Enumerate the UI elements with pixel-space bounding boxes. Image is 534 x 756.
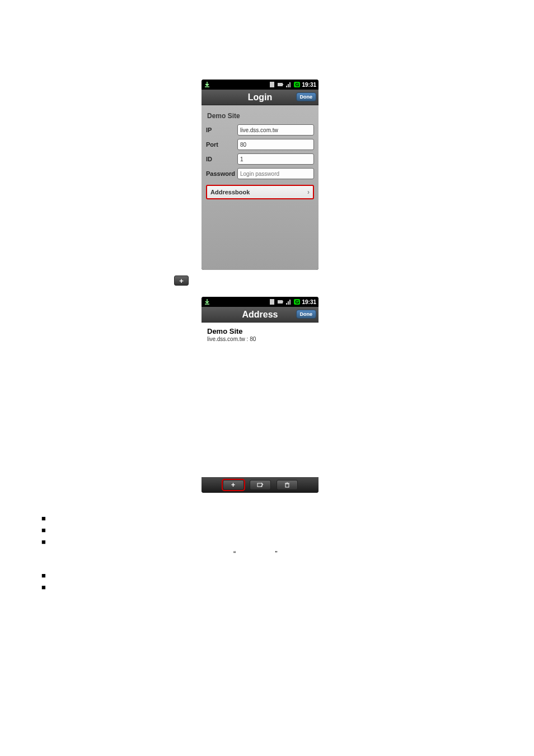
form-row-ip: IP bbox=[206, 124, 314, 136]
download-icon bbox=[204, 298, 210, 305]
login-section-title: Demo Site bbox=[207, 112, 314, 120]
address-item-sub: live.dss.com.tw : 80 bbox=[207, 336, 313, 342]
sim-icon bbox=[269, 298, 275, 305]
add-button[interactable]: + bbox=[223, 480, 244, 490]
form-row-id: ID bbox=[206, 153, 314, 165]
form-row-password: Password bbox=[206, 168, 314, 179]
bullet-2: ■ bbox=[41, 526, 46, 534]
status-time: 19:31 bbox=[302, 82, 316, 88]
bullet-4: ■ bbox=[41, 571, 46, 580]
svg-rect-1 bbox=[278, 83, 283, 86]
done-button[interactable]: Done bbox=[296, 92, 317, 101]
svg-rect-5 bbox=[289, 82, 291, 87]
bullet-3: ■ bbox=[41, 538, 46, 546]
download-icon bbox=[204, 81, 210, 88]
network-g-badge: G bbox=[294, 82, 300, 87]
edit-button[interactable] bbox=[250, 480, 271, 490]
phone-address-screen: G 19:31 Address Done Demo Site live.dss.… bbox=[202, 297, 318, 493]
address-item-name[interactable]: Demo Site bbox=[207, 327, 313, 335]
phone-login-screen: G 19:31 Login Done Demo Site IP Port ID … bbox=[202, 80, 318, 270]
status-bar: G 19:31 bbox=[202, 80, 318, 90]
address-title: Address bbox=[242, 310, 278, 320]
password-input[interactable] bbox=[237, 168, 314, 179]
battery-icon bbox=[277, 81, 284, 88]
signal-icon bbox=[285, 81, 292, 88]
svg-rect-8 bbox=[283, 301, 283, 302]
login-header: Login Done bbox=[202, 90, 318, 105]
address-body: Demo Site live.dss.com.tw : 80 bbox=[202, 323, 318, 477]
svg-rect-9 bbox=[286, 303, 287, 305]
sim-icon bbox=[269, 81, 275, 88]
quote-marks: “ ” bbox=[233, 549, 278, 558]
status-bar-address: G 19:31 bbox=[202, 297, 318, 307]
svg-rect-7 bbox=[278, 300, 283, 304]
port-label: Port bbox=[206, 141, 237, 148]
delete-button[interactable] bbox=[277, 480, 298, 490]
plus-button-inline[interactable]: + bbox=[174, 276, 189, 286]
svg-rect-10 bbox=[288, 301, 289, 305]
chevron-right-icon: › bbox=[307, 188, 310, 196]
address-bottom-bar: + bbox=[202, 477, 318, 493]
id-label: ID bbox=[206, 156, 237, 162]
bullet-1: ■ bbox=[41, 514, 46, 522]
svg-rect-0 bbox=[270, 82, 274, 87]
password-label: Password bbox=[206, 170, 237, 177]
id-input[interactable] bbox=[237, 153, 314, 165]
edit-icon bbox=[257, 482, 264, 488]
svg-rect-2 bbox=[283, 84, 283, 85]
svg-rect-3 bbox=[286, 86, 287, 87]
addressbook-row[interactable]: Addressbook › bbox=[206, 185, 314, 199]
address-header: Address Done bbox=[202, 307, 318, 323]
svg-rect-13 bbox=[285, 484, 289, 487]
network-g-badge: G bbox=[294, 299, 300, 305]
signal-icon bbox=[285, 298, 292, 305]
battery-icon bbox=[277, 298, 284, 305]
port-input[interactable] bbox=[237, 139, 314, 150]
bullet-5: ■ bbox=[41, 583, 46, 591]
login-title: Login bbox=[248, 92, 273, 102]
done-button-address[interactable]: Done bbox=[296, 310, 317, 319]
form-row-port: Port bbox=[206, 139, 314, 150]
svg-rect-6 bbox=[270, 299, 274, 305]
trash-icon bbox=[284, 482, 290, 488]
status-time: 19:31 bbox=[302, 299, 316, 305]
close-quote: ” bbox=[275, 549, 277, 558]
addressbook-label: Addressbook bbox=[210, 189, 250, 195]
svg-rect-11 bbox=[289, 300, 291, 305]
ip-label: IP bbox=[206, 127, 237, 133]
ip-input[interactable] bbox=[237, 124, 314, 136]
open-quote: “ bbox=[233, 549, 236, 558]
svg-rect-4 bbox=[288, 84, 289, 87]
login-body: Demo Site IP Port ID Password Addressboo… bbox=[202, 105, 318, 270]
